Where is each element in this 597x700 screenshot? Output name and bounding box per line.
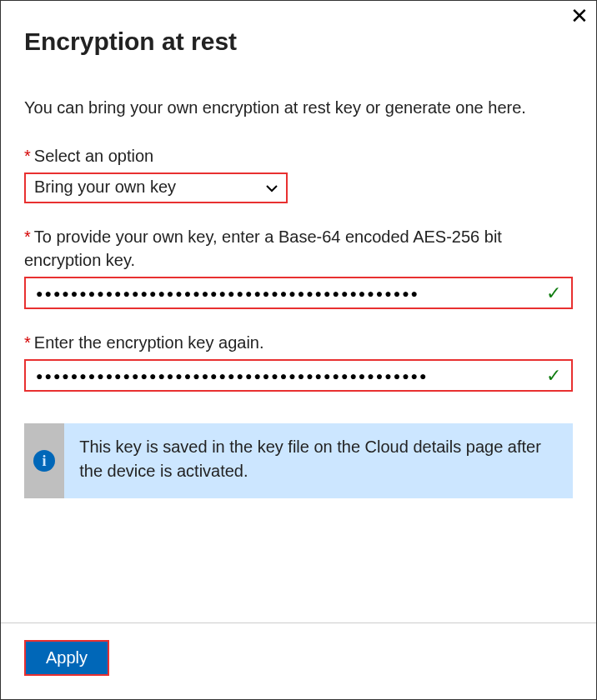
confirm-key-group: *Enter the encryption key again. ●●●●●●●… xyxy=(24,331,573,392)
apply-button[interactable]: Apply xyxy=(24,640,109,676)
encryption-key-group: *To provide your own key, enter a Base-6… xyxy=(24,225,573,309)
confirm-key-value: ●●●●●●●●●●●●●●●●●●●●●●●●●●●●●●●●●●●●●●●●… xyxy=(36,369,429,382)
encryption-panel: ✕ Encryption at rest You can bring your … xyxy=(0,0,597,700)
info-icon: i xyxy=(33,450,55,472)
confirm-key-input[interactable]: ●●●●●●●●●●●●●●●●●●●●●●●●●●●●●●●●●●●●●●●●… xyxy=(24,359,573,392)
panel-content: Encryption at rest You can bring your ow… xyxy=(1,1,596,622)
select-option-label-text: Select an option xyxy=(34,147,153,165)
encryption-key-input[interactable]: ●●●●●●●●●●●●●●●●●●●●●●●●●●●●●●●●●●●●●●●●… xyxy=(24,277,573,309)
chevron-down-icon xyxy=(266,178,278,197)
required-asterisk: * xyxy=(24,147,31,165)
info-icon-column: i xyxy=(24,423,64,498)
info-message: i This key is saved in the key file on t… xyxy=(24,423,573,498)
panel-footer: Apply xyxy=(1,622,596,699)
page-description: You can bring your own encryption at res… xyxy=(24,96,573,119)
close-button[interactable]: ✕ xyxy=(570,5,589,27)
page-title: Encryption at rest xyxy=(24,28,573,56)
select-option-group: *Select an option Bring your own key xyxy=(24,144,573,203)
option-select-value: Bring your own key xyxy=(34,178,176,197)
required-asterisk: * xyxy=(24,333,31,352)
info-text: This key is saved in the key file on the… xyxy=(64,423,573,498)
select-option-label: *Select an option xyxy=(24,144,573,168)
required-asterisk: * xyxy=(24,228,31,246)
encryption-key-label-text: To provide your own key, enter a Base-64… xyxy=(24,228,502,269)
confirm-key-label: *Enter the encryption key again. xyxy=(24,331,573,354)
check-icon: ✓ xyxy=(546,284,561,302)
encryption-key-label: *To provide your own key, enter a Base-6… xyxy=(24,225,573,272)
option-select[interactable]: Bring your own key xyxy=(24,172,288,203)
confirm-key-label-text: Enter the encryption key again. xyxy=(34,333,264,352)
check-icon: ✓ xyxy=(546,367,561,385)
encryption-key-value: ●●●●●●●●●●●●●●●●●●●●●●●●●●●●●●●●●●●●●●●●… xyxy=(36,287,419,300)
